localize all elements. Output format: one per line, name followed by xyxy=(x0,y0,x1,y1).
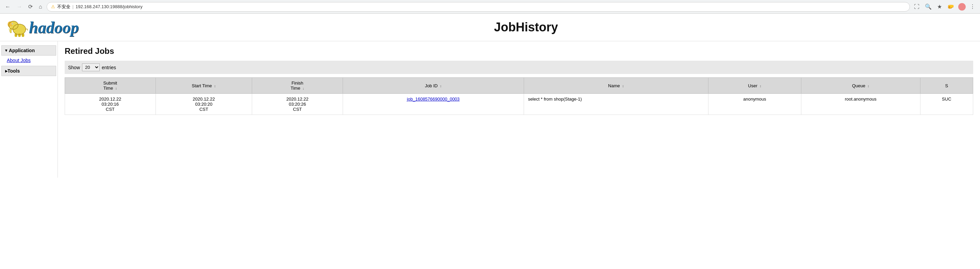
cell-queue: root.anonymous xyxy=(801,94,920,115)
entries-select[interactable]: 10 20 25 50 100 xyxy=(82,63,100,71)
about-jobs-link[interactable]: About Jobs xyxy=(7,58,30,63)
application-arrow: ▾ xyxy=(5,48,7,53)
col-status: S xyxy=(920,78,973,94)
sidebar: ▾ Application About Jobs ▸ Tools xyxy=(0,41,58,178)
cell-start-time: 2020.12.2203:20:20CST xyxy=(156,94,252,115)
main-container: ▾ Application About Jobs ▸ Tools Retired… xyxy=(0,41,980,178)
security-warning-text: 不安全 xyxy=(57,4,70,10)
content-area: Retired Jobs Show 10 20 25 50 100 entrie… xyxy=(58,41,980,178)
reload-button[interactable]: ⟳ xyxy=(27,3,34,11)
avatar[interactable] xyxy=(958,3,966,11)
col-job-id[interactable]: Job ID ↕ xyxy=(343,78,524,94)
cell-name: select * from shop(Stage-1) xyxy=(524,94,708,115)
cell-submit-time: 2020.12.2203:20:16CST xyxy=(65,94,156,115)
about-jobs-item[interactable]: About Jobs xyxy=(0,56,57,64)
col-submit-time[interactable]: SubmitTime ↕ xyxy=(65,78,156,94)
tools-label: Tools xyxy=(8,68,20,74)
bookmark-icon[interactable]: ★ xyxy=(936,3,943,11)
cell-job-id[interactable]: job_1608576690000_0003 xyxy=(343,94,524,115)
tools-arrow: ▸ xyxy=(5,68,8,74)
tools-section-header[interactable]: ▸ Tools xyxy=(2,66,56,76)
show-entries-bar: Show 10 20 25 50 100 entries xyxy=(65,61,973,74)
extension-icon[interactable]: 🤛 xyxy=(946,3,956,11)
page-header: hadoop JobHistory xyxy=(0,14,980,41)
back-button[interactable]: ← xyxy=(3,3,12,11)
address-bar[interactable]: ⚠ 不安全 | 192.168.247.130:19888/jobhistory xyxy=(47,2,910,11)
browser-actions: ⛶ 🔍 ★ 🤛 ⋮ xyxy=(913,3,977,11)
table-row: 2020.12.2203:20:16CST 2020.12.2203:20:20… xyxy=(65,94,973,115)
entries-label: entries xyxy=(102,65,116,70)
col-finish-time[interactable]: FinishTime ↓ xyxy=(252,78,343,94)
jobs-table: SubmitTime ↕ Start Time ↕ FinishTime ↓ J… xyxy=(65,77,973,115)
screen-cast-icon[interactable]: ⛶ xyxy=(913,3,921,11)
zoom-icon[interactable]: 🔍 xyxy=(924,3,933,11)
svg-point-4 xyxy=(12,24,13,24)
col-user[interactable]: User ↕ xyxy=(708,78,801,94)
show-label: Show xyxy=(68,65,80,70)
cell-finish-time: 2020.12.2203:20:26CST xyxy=(252,94,343,115)
cell-user: anonymous xyxy=(708,94,801,115)
application-section-header[interactable]: ▾ Application xyxy=(2,45,56,56)
elephant-icon xyxy=(7,17,30,37)
logo-text: hadoop xyxy=(29,18,79,37)
home-button[interactable]: ⌂ xyxy=(37,3,44,11)
col-name[interactable]: Name ↕ xyxy=(524,78,708,94)
url-text: 192.168.247.130:19888/jobhistory xyxy=(76,4,143,9)
menu-icon[interactable]: ⋮ xyxy=(969,3,977,11)
col-queue[interactable]: Queue ↕ xyxy=(801,78,920,94)
application-label: Application xyxy=(9,48,35,53)
page-title-area: JobHistory xyxy=(79,20,973,34)
cell-status: SUC xyxy=(920,94,973,115)
svg-rect-6 xyxy=(18,34,21,37)
page-title: JobHistory xyxy=(494,20,558,34)
forward-button[interactable]: → xyxy=(15,3,24,11)
job-id-link[interactable]: job_1608576690000_0003 xyxy=(407,96,460,102)
application-section: ▾ Application About Jobs xyxy=(0,45,57,64)
section-title: Retired Jobs xyxy=(65,46,973,56)
browser-chrome: ← → ⟳ ⌂ ⚠ 不安全 | 192.168.247.130:19888/jo… xyxy=(0,0,980,14)
security-warning-icon: ⚠ xyxy=(51,4,55,9)
logo-area: hadoop xyxy=(7,17,79,37)
col-start-time[interactable]: Start Time ↕ xyxy=(156,78,252,94)
hadoop-logo: hadoop xyxy=(7,17,79,37)
tools-section: ▸ Tools xyxy=(0,66,57,76)
table-header-row: SubmitTime ↕ Start Time ↕ FinishTime ↓ J… xyxy=(65,78,973,94)
